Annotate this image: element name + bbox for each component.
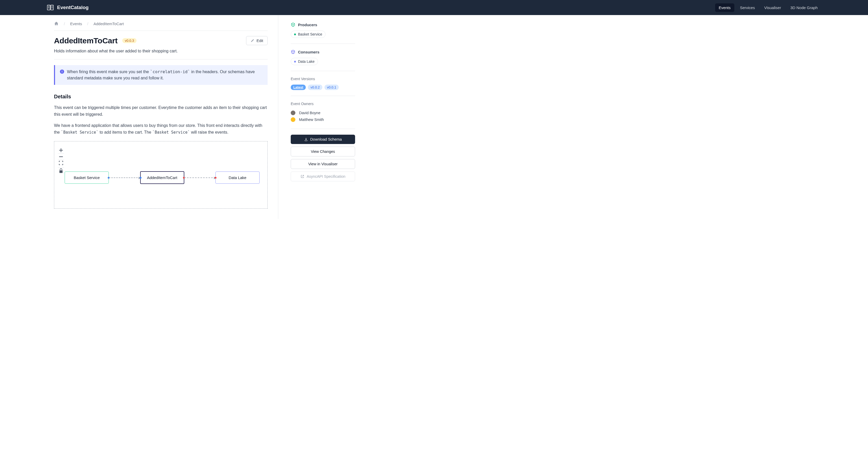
producers-section: Producers Basket Service [291, 22, 355, 44]
nav-visualiser[interactable]: Visualiser [761, 3, 785, 12]
zoom-out-button[interactable] [58, 153, 64, 160]
producers-heading: Producers [291, 22, 355, 27]
consumer-chip[interactable]: Data Lake [291, 58, 318, 65]
details-p2: We have a frontend application that allo… [54, 122, 268, 135]
asyncapi-button: AsyncAPI Specification [291, 171, 355, 181]
details-p1: This event can be triggered multiple tim… [54, 104, 268, 118]
expand-icon [58, 160, 64, 166]
cube-icon [291, 22, 296, 27]
flow-diagram[interactable]: Basket Service AddedItemToCart Data Lake [54, 141, 268, 209]
avatar [291, 117, 296, 122]
nav-brand[interactable]: EventCatalog [47, 4, 89, 11]
edge [184, 177, 216, 178]
version-002[interactable]: v0.0.2 [308, 85, 322, 90]
catalog-logo-icon [47, 4, 54, 11]
details-heading: Details [54, 94, 268, 100]
nav-services[interactable]: Services [736, 3, 759, 12]
nav-3d-node-graph[interactable]: 3D Node Graph [787, 3, 821, 12]
port-in [140, 177, 142, 178]
pencil-icon [250, 39, 254, 42]
svg-rect-10 [62, 71, 62, 71]
lock-icon [58, 168, 64, 174]
owners-heading: Event Owners [291, 102, 355, 106]
edge [109, 177, 140, 178]
download-icon [304, 137, 308, 141]
page-title: AddedItemToCart [54, 36, 118, 45]
version-badge: v0.0.3 [122, 38, 136, 43]
consumers-section: Consumers Data Lake [291, 49, 355, 71]
title-row: AddedItemToCart v0.0.3 Edit [54, 36, 268, 45]
breadcrumb-sep: / [87, 22, 88, 26]
node-event[interactable]: AddedItemToCart [140, 171, 184, 184]
diagram-controls [58, 147, 64, 174]
info-callout: When firing this event make sure you set… [54, 65, 268, 85]
svg-rect-14 [59, 170, 63, 173]
view-changes-button[interactable]: View Changes [291, 146, 355, 157]
cube-icon [291, 49, 296, 54]
status-dot [294, 33, 296, 35]
breadcrumb-current: AddedItemToCart [93, 22, 124, 26]
port-in [215, 177, 216, 178]
version-chips: Latest v0.0.2 v0.0.1 [291, 85, 355, 90]
owners-section: Event Owners David Boyne Matthew Smith [291, 102, 355, 129]
zoom-in-button[interactable] [58, 147, 64, 153]
download-schema-button[interactable]: Download Schema [291, 135, 355, 144]
owner-row[interactable]: David Boyne [291, 109, 355, 116]
sidebar: Producers Basket Service Consumers Data … [291, 15, 355, 219]
brand-name: EventCatalog [57, 5, 89, 10]
info-icon [60, 69, 64, 74]
view-visualiser-button[interactable]: View in Visualiser [291, 159, 355, 169]
svg-rect-0 [47, 5, 50, 10]
page-subtitle: Holds information about what the user ad… [54, 49, 268, 54]
callout-text: When firing this event make sure you set… [67, 69, 263, 81]
producer-chip[interactable]: Basket Service [291, 31, 326, 38]
node-producer[interactable]: Basket Service [65, 171, 109, 184]
versions-heading: Event Versions [291, 77, 355, 81]
breadcrumb-events[interactable]: Events [70, 22, 82, 26]
home-icon[interactable] [54, 21, 59, 26]
nav-events[interactable]: Events [715, 3, 734, 12]
minus-icon [58, 154, 64, 160]
plus-icon [58, 147, 64, 153]
avatar [291, 110, 296, 115]
breadcrumb-sep: / [64, 22, 65, 26]
versions-section: Event Versions Latest v0.0.2 v0.0.1 [291, 77, 355, 96]
flow-nodes: Basket Service AddedItemToCart Data Lake [65, 171, 259, 184]
fit-view-button[interactable] [58, 160, 64, 166]
top-nav: EventCatalog Events Services Visualiser … [0, 0, 868, 15]
lock-button[interactable] [58, 167, 64, 174]
version-001[interactable]: v0.0.1 [324, 85, 339, 90]
nav-links: Events Services Visualiser 3D Node Graph [715, 3, 821, 12]
owner-row[interactable]: Matthew Smith [291, 116, 355, 123]
actions-section: Download Schema View Changes View in Vis… [291, 135, 355, 190]
edit-label: Edit [256, 38, 263, 43]
external-link-icon [300, 174, 305, 178]
edit-button[interactable]: Edit [246, 36, 268, 45]
breadcrumb: / Events / AddedItemToCart [54, 21, 268, 31]
version-latest[interactable]: Latest [291, 85, 306, 90]
status-dot [294, 61, 296, 63]
consumers-heading: Consumers [291, 49, 355, 54]
svg-rect-9 [62, 71, 62, 72]
node-consumer[interactable]: Data Lake [215, 171, 259, 184]
svg-rect-1 [51, 5, 54, 10]
main-content: / Events / AddedItemToCart AddedItemToCa… [54, 15, 278, 219]
